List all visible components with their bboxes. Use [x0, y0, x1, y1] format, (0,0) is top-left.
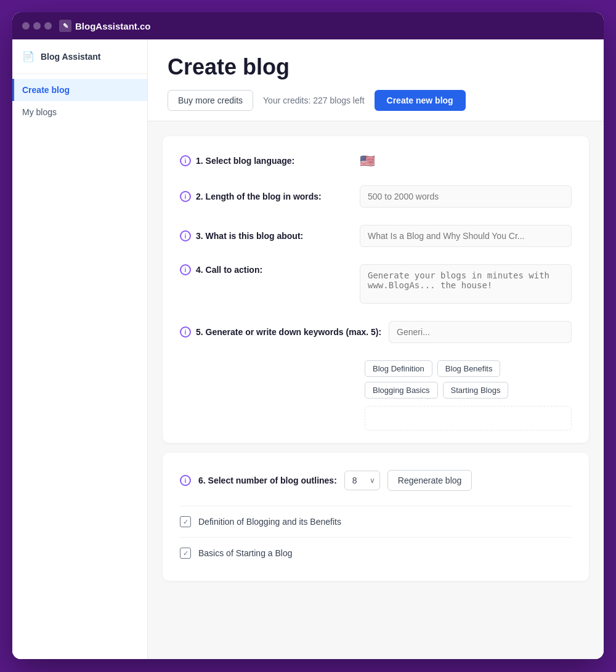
- field-cta-info-icon[interactable]: i: [180, 264, 191, 275]
- tag-0[interactable]: Blog Definition: [365, 360, 432, 377]
- field-keywords-info-icon[interactable]: i: [180, 326, 191, 338]
- cta-textarea[interactable]: [360, 264, 572, 304]
- sidebar-item-my-blogs[interactable]: My blogs: [12, 101, 147, 123]
- browser-chrome: ✎ BlogAssistant.co: [12, 12, 604, 39]
- outline-label-0: Definition of Blogging and its Benefits: [198, 517, 341, 527]
- sidebar: 📄 Blog Assistant Create blog My blogs: [12, 39, 148, 659]
- keywords-input[interactable]: [389, 321, 572, 343]
- length-input[interactable]: [360, 185, 572, 208]
- empty-keywords-box: [365, 406, 572, 431]
- field-language-label: 1. Select blog language:: [196, 156, 294, 166]
- field-length-info-icon[interactable]: i: [180, 191, 191, 202]
- sidebar-item-create-blog-label: Create blog: [22, 85, 70, 95]
- app-layout: 📄 Blog Assistant Create blog My blogs Cr…: [12, 39, 604, 659]
- buy-more-credits-button[interactable]: Buy more credits: [168, 90, 253, 111]
- field-cta: i 4. Call to action:: [180, 264, 572, 304]
- dot-1: [22, 22, 30, 30]
- form-card-1: i 1. Select blog language: 🇺🇸 i 2.: [163, 136, 589, 443]
- tag-3[interactable]: Starting Blogs: [443, 382, 509, 399]
- create-new-blog-button[interactable]: Create new blog: [375, 90, 466, 111]
- field-about-label: 3. What is this blog about:: [196, 231, 303, 241]
- logo-icon: ✎: [59, 20, 71, 32]
- outlines-select-wrapper: 8 4 6 10: [344, 471, 380, 490]
- field-language-label-row: i 1. Select blog language:: [180, 155, 352, 166]
- main-header: Create blog Buy more credits Your credit…: [148, 39, 604, 121]
- browser-dots: [22, 22, 52, 30]
- field-about-info-icon[interactable]: i: [180, 230, 191, 241]
- field-cta-label-row: i 4. Call to action:: [180, 264, 352, 275]
- keywords-tags: Blog Definition Blog Benefits Blogging B…: [365, 360, 572, 399]
- field-outlines-count: i 6. Select number of blog outlines: 8 4…: [180, 470, 572, 491]
- page-title: Create blog: [168, 54, 584, 80]
- sidebar-header: 📄 Blog Assistant: [12, 39, 147, 74]
- sidebar-header-title: Blog Assistant: [41, 52, 101, 62]
- dot-2: [33, 22, 41, 30]
- credits-remaining-text: Your credits: 227 blogs left: [263, 95, 364, 105]
- field-cta-label: 4. Call to action:: [196, 265, 262, 275]
- field-language: i 1. Select blog language: 🇺🇸: [180, 153, 572, 168]
- regenerate-blog-button[interactable]: Regenerate blog: [387, 470, 472, 491]
- field-length-label: 2. Length of the blog in words:: [196, 192, 322, 201]
- tag-2[interactable]: Blogging Basics: [365, 382, 438, 399]
- field-about-label-row: i 3. What is this blog about:: [180, 230, 352, 241]
- field-keywords-label: 5. Generate or write down keywords (max.…: [196, 327, 381, 337]
- outline-item-1: Basics of Starting a Blog: [180, 537, 572, 569]
- outline-checkbox-0[interactable]: [180, 516, 191, 527]
- sidebar-header-icon: 📄: [22, 51, 34, 62]
- outline-item-0: Definition of Blogging and its Benefits: [180, 506, 572, 537]
- sidebar-item-create-blog[interactable]: Create blog: [12, 79, 147, 101]
- outline-checkbox-1[interactable]: [180, 548, 191, 559]
- toolbar: Buy more credits Your credits: 227 blogs…: [168, 90, 584, 111]
- field-outlines-info-icon[interactable]: i: [180, 475, 191, 486]
- outlines-select[interactable]: 8 4 6 10: [344, 471, 380, 490]
- form-card-2: i 6. Select number of blog outlines: 8 4…: [163, 453, 589, 581]
- main-content: Create blog Buy more credits Your credit…: [148, 39, 604, 659]
- field-keywords: i 5. Generate or write down keywords (ma…: [180, 321, 572, 343]
- field-outlines-label: 6. Select number of blog outlines:: [198, 476, 337, 485]
- field-about: i 3. What is this blog about:: [180, 225, 572, 247]
- dot-3: [44, 22, 52, 30]
- field-length-label-row: i 2. Length of the blog in words:: [180, 191, 352, 202]
- field-language-info-icon[interactable]: i: [180, 155, 191, 166]
- outline-label-1: Basics of Starting a Blog: [198, 548, 293, 558]
- field-length: i 2. Length of the blog in words:: [180, 185, 572, 208]
- sidebar-item-my-blogs-label: My blogs: [22, 107, 57, 117]
- logo-text: BlogAssistant.co: [75, 21, 151, 31]
- tag-1[interactable]: Blog Benefits: [437, 360, 501, 377]
- sidebar-nav: Create blog My blogs: [12, 74, 147, 128]
- language-flag[interactable]: 🇺🇸: [360, 153, 375, 168]
- browser-logo: ✎ BlogAssistant.co: [59, 20, 151, 32]
- about-input[interactable]: [360, 225, 572, 247]
- field-keywords-label-row: i 5. Generate or write down keywords (ma…: [180, 326, 381, 338]
